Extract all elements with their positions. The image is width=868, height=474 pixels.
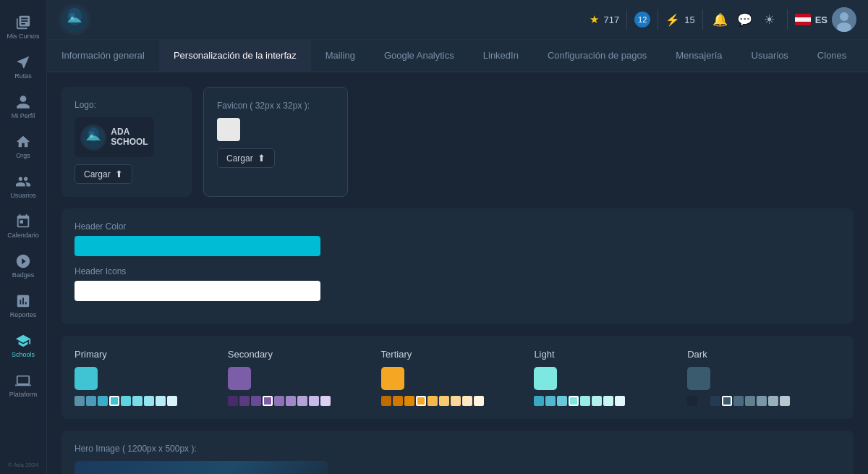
palette-tertiary-title: Tertiary — [381, 349, 535, 360]
cargar-favicon-label: Cargar — [226, 153, 253, 164]
tab-mailing[interactable]: Mailing — [311, 40, 370, 72]
tab-config-pagos[interactable]: Configuración de pagos — [533, 40, 661, 72]
palette-chip[interactable] — [462, 396, 472, 406]
palette-chip[interactable] — [474, 396, 484, 406]
sidebar-item-calendario[interactable]: Calendario — [0, 206, 46, 246]
palette-chip[interactable] — [286, 396, 296, 406]
palette-chip[interactable] — [757, 396, 767, 406]
palette-chip[interactable] — [393, 396, 403, 406]
tab-mensajeria[interactable]: Mensajería — [661, 40, 736, 72]
sidebar: Mis Cursos Rutas Mi Perfil Orgs Usuarios… — [0, 0, 47, 474]
palette-chip[interactable] — [98, 396, 108, 406]
connections-value: 12 — [638, 15, 647, 24]
palette-chip[interactable] — [768, 396, 778, 406]
sidebar-footer: © Ada 2024 — [5, 456, 41, 474]
palette-chip[interactable] — [309, 396, 319, 406]
tab-linkedin[interactable]: LinkedIn — [469, 40, 533, 72]
messages-button[interactable]: 💬 — [735, 9, 755, 30]
header-color-bar[interactable] — [75, 236, 320, 256]
palette-chip[interactable] — [451, 396, 461, 406]
palette-chip[interactable] — [745, 396, 755, 406]
palette-chip[interactable] — [274, 396, 284, 406]
palette-chip[interactable] — [297, 396, 307, 406]
palette-chip[interactable] — [427, 396, 438, 406]
users-icon — [15, 174, 31, 190]
palette-chip[interactable] — [75, 396, 85, 406]
palette-chip[interactable] — [381, 396, 391, 406]
palette-chip[interactable] — [603, 396, 613, 406]
sidebar-item-schools[interactable]: Schools — [0, 326, 46, 365]
palette-chip[interactable] — [733, 396, 744, 406]
connections-badge: 12 — [634, 12, 650, 27]
palette-chip[interactable] — [263, 396, 273, 406]
tab-personalizacion[interactable]: Personalización de la interfaz — [159, 40, 311, 72]
divider-2 — [658, 9, 658, 30]
logo-text: ADA SCHOOL — [111, 127, 148, 146]
calendar-icon — [15, 213, 31, 229]
palette-chip[interactable] — [592, 396, 602, 406]
header-icons-bar[interactable] — [75, 281, 320, 301]
palette-chip[interactable] — [699, 396, 709, 406]
palette-chip[interactable] — [687, 396, 697, 406]
nav-tabs: Información general Personalización de l… — [47, 40, 868, 72]
divider-4 — [787, 9, 788, 30]
palette-chip[interactable] — [167, 396, 177, 406]
sidebar-item-badges[interactable]: Badges — [0, 246, 46, 286]
palette-chip[interactable] — [557, 396, 567, 406]
sidebar-item-rutas[interactable]: Rutas — [0, 47, 46, 87]
divider-3 — [702, 9, 703, 30]
sidebar-item-plataform[interactable]: Plataform — [0, 365, 46, 405]
palette-chip[interactable] — [569, 396, 579, 406]
palette-chip[interactable] — [86, 396, 96, 406]
palette-chip[interactable] — [710, 396, 720, 406]
header-icons-row: Header Icons — [75, 266, 841, 301]
fire-badge: 15 — [684, 14, 694, 25]
palette-chip[interactable] — [121, 396, 131, 406]
map-icon — [15, 54, 31, 70]
palette-chip[interactable] — [722, 396, 732, 406]
upload-icon: ⬆ — [115, 169, 123, 179]
cargar-logo-button[interactable]: Cargar ⬆ — [75, 164, 132, 184]
palette-chip[interactable] — [109, 396, 119, 406]
sidebar-item-usuarios[interactable]: Usuarios — [0, 166, 46, 206]
svg-point-4 — [840, 12, 848, 21]
tab-info-general[interactable]: Información general — [47, 40, 159, 72]
main-area: ★ 717 12 ⚡ 15 🔔 💬 ☀ ES — [47, 0, 868, 474]
palette-chip[interactable] — [228, 396, 238, 406]
palette-dark: Dark — [687, 349, 841, 406]
palette-chip[interactable] — [615, 396, 625, 406]
sidebar-item-reportes[interactable]: Reportes — [0, 286, 46, 326]
sidebar-item-mi-perfil[interactable]: Mi Perfil — [0, 87, 46, 127]
palette-chip[interactable] — [545, 396, 556, 406]
palette-chip[interactable] — [144, 396, 154, 406]
palette-secondary: Secondary — [228, 349, 381, 406]
topbar-icons: ★ 717 12 ⚡ 15 🔔 💬 ☀ ES — [590, 7, 856, 32]
palette-chip[interactable] — [580, 396, 590, 406]
palette-chip[interactable] — [780, 396, 790, 406]
tab-google-analytics[interactable]: Google Analytics — [370, 40, 469, 72]
palette-secondary-title: Secondary — [228, 349, 381, 360]
tab-usuarios[interactable]: Usuarios — [737, 40, 803, 72]
palette-chip[interactable] — [251, 396, 261, 406]
palette-dark-swatch — [687, 367, 710, 390]
settings-button[interactable]: ☀ — [760, 9, 780, 30]
palette-chip[interactable] — [416, 396, 426, 406]
user-avatar[interactable] — [832, 7, 856, 32]
palette-chip[interactable] — [239, 396, 250, 406]
palette-chip[interactable] — [132, 396, 142, 406]
cargar-favicon-button[interactable]: Cargar ⬆ — [217, 148, 275, 168]
notifications-button[interactable]: 🔔 — [710, 9, 731, 30]
sidebar-item-mis-cursos[interactable]: Mis Cursos — [0, 7, 46, 47]
building-icon — [15, 134, 31, 150]
palette-dark-strip — [687, 396, 832, 406]
sidebar-item-orgs[interactable]: Orgs — [0, 127, 46, 166]
palette-chip[interactable] — [534, 396, 544, 406]
palette-chip[interactable] — [320, 396, 331, 406]
palette-chip[interactable] — [156, 396, 166, 406]
palette-primary-strip — [75, 396, 219, 406]
favicon-label: Favicon ( 32px x 32px ): — [217, 101, 334, 111]
tab-clones[interactable]: Clones — [803, 40, 861, 72]
palette-chip[interactable] — [404, 396, 414, 406]
sidebar-item-label: Reportes — [10, 311, 37, 318]
palette-chip[interactable] — [439, 396, 449, 406]
